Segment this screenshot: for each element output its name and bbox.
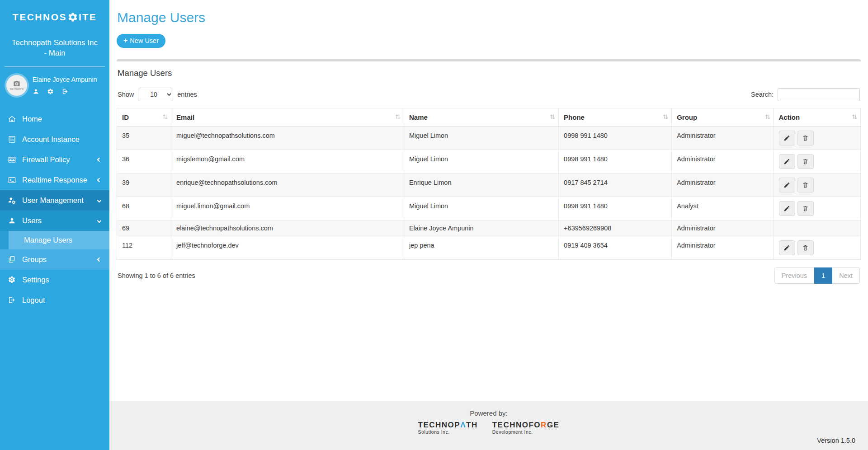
edit-button[interactable] (779, 178, 795, 192)
sidebar-item-user-management[interactable]: User Management (0, 190, 109, 211)
users-table: ID Email Name Phone Group Action 35 migu… (117, 108, 861, 260)
column-header-group[interactable]: Group (672, 108, 774, 127)
user-panel: NO PHOTO Elaine Joyce Ampunin (0, 67, 109, 98)
technoforge-logo: TECHNOFORGE Development Inc. (492, 421, 560, 435)
table-row: 68 miguel.limon@gmail.com Miguel Limon 0… (117, 197, 861, 220)
column-header-phone[interactable]: Phone (559, 108, 672, 127)
edit-button[interactable] (779, 201, 795, 216)
cell-email: jeff@technoforge.dev (171, 236, 404, 260)
manage-users-card: Manage Users Show 10 entries Search: (117, 59, 861, 291)
sidebar-nav: Home Account Instance Firewall Policy Re… (0, 109, 109, 310)
search-input[interactable] (778, 88, 860, 101)
sidebar-item-groups[interactable]: Groups (0, 249, 109, 270)
sidebar-item-account-instance[interactable]: Account Instance (0, 129, 109, 150)
pagination-previous-button[interactable]: Previous (774, 267, 814, 284)
technopath-logo-text: TECHNOPΛTH (418, 421, 478, 429)
edit-button[interactable] (779, 240, 795, 255)
content: Manage Users +New User Manage Users Show… (109, 0, 868, 401)
sort-icon (852, 113, 857, 121)
technoforge-r-glyph: R (541, 421, 547, 429)
technopath-logo-subtext: Solutions Inc. (418, 430, 478, 435)
firewall-icon (7, 155, 16, 164)
cell-name: Enrique Limon (404, 173, 558, 197)
column-header-name[interactable]: Name (404, 108, 558, 127)
settings-gear-icon[interactable] (47, 88, 54, 95)
cell-id: 35 (117, 127, 171, 150)
delete-button[interactable] (797, 240, 814, 255)
cell-id: 39 (117, 173, 171, 197)
sidebar-item-settings[interactable]: Settings (0, 270, 109, 290)
search-control: Search: (751, 88, 860, 101)
delete-button[interactable] (797, 201, 814, 216)
trash-icon (802, 244, 809, 251)
new-user-button[interactable]: +New User (117, 34, 165, 48)
cell-actions (774, 127, 861, 150)
chevron-down-icon (98, 219, 102, 222)
column-header-email[interactable]: Email (171, 108, 404, 127)
sidebar: TECHNOSITE Technopath Solutions Inc - Ma… (0, 0, 109, 450)
table-row: 112 jeff@technoforge.dev jep pena 0919 4… (117, 236, 861, 260)
cell-actions (774, 197, 861, 220)
cell-id: 36 (117, 150, 171, 173)
table-row: 36 migslemon@gmail.com Miguel Limon 0998… (117, 150, 861, 173)
cell-group: Administrator (672, 150, 774, 173)
page-length-select[interactable]: 10 (138, 88, 173, 101)
cell-name: Elaine Joyce Ampunin (404, 220, 558, 236)
entries-label: entries (177, 91, 197, 98)
user-icon (7, 217, 16, 225)
sidebar-item-realtime-response[interactable]: Realtime Response (0, 170, 109, 190)
sidebar-item-manage-users[interactable]: Manage Users (0, 231, 109, 249)
trash-icon (802, 135, 809, 141)
pencil-icon (783, 182, 790, 188)
footer: Powered by: TECHNOPΛTH Solutions Inc. TE… (109, 401, 868, 450)
card-title: Manage Users (117, 61, 861, 80)
sidebar-item-home[interactable]: Home (0, 109, 109, 129)
cell-id: 112 (117, 236, 171, 260)
delete-button[interactable] (797, 178, 814, 192)
footer-logos: TECHNOPΛTH Solutions Inc. TECHNOFORGE De… (109, 421, 868, 435)
new-user-button-label: New User (130, 37, 159, 44)
sidebar-item-firewall-policy[interactable]: Firewall Policy (0, 150, 109, 170)
home-icon (7, 115, 16, 123)
sign-out-icon[interactable] (61, 88, 69, 95)
cell-email: enrique@technopathsolutions.com (171, 173, 404, 197)
sidebar-item-users[interactable]: Users (0, 211, 109, 231)
sort-icon (765, 113, 770, 121)
column-header-action[interactable]: Action (774, 108, 861, 127)
app-logo: TECHNOSITE (0, 0, 109, 23)
sidebar-item-logout[interactable]: Logout (0, 290, 109, 310)
delete-button[interactable] (797, 131, 814, 145)
profile-icon[interactable] (33, 88, 39, 95)
company-name: Technopath Solutions Inc - Main (0, 38, 109, 59)
cell-name: jep pena (404, 236, 558, 260)
sort-icon (395, 113, 401, 121)
pagination-page-1-button[interactable]: 1 (814, 267, 832, 284)
pencil-icon (783, 135, 790, 141)
cell-name: Miguel Limon (404, 150, 558, 173)
main-area: Manage Users +New User Manage Users Show… (109, 0, 868, 450)
table-info: Showing 1 to 6 of 6 entries (118, 272, 195, 279)
technopath-logo: TECHNOPΛTH Solutions Inc. (418, 421, 478, 435)
edit-button[interactable] (779, 154, 795, 169)
show-label: Show (118, 91, 134, 98)
pencil-icon (783, 244, 790, 251)
cell-actions (774, 236, 861, 260)
copy-icon (7, 255, 16, 263)
edit-button[interactable] (779, 131, 795, 145)
sidebar-item-label: Realtime Response (22, 176, 87, 184)
chevron-left-icon (98, 158, 102, 161)
sidebar-item-label: Home (22, 115, 42, 123)
cell-group: Administrator (672, 236, 774, 260)
logout-icon (7, 296, 16, 304)
cell-phone: 0998 991 1480 (559, 150, 672, 173)
column-header-id[interactable]: ID (117, 108, 171, 127)
table-controls: Show 10 entries Search: (117, 80, 861, 108)
cell-email: miguel@technopathsolutions.com (171, 127, 404, 150)
pagination-next-button[interactable]: Next (832, 267, 860, 284)
sidebar-item-label: Account Instance (22, 135, 80, 144)
table-row: 39 enrique@technopathsolutions.com Enriq… (117, 173, 861, 197)
sort-icon (162, 113, 168, 121)
avatar-label: NO PHOTO (10, 88, 24, 90)
technopath-caret-glyph: Λ (460, 421, 466, 429)
delete-button[interactable] (797, 154, 814, 169)
